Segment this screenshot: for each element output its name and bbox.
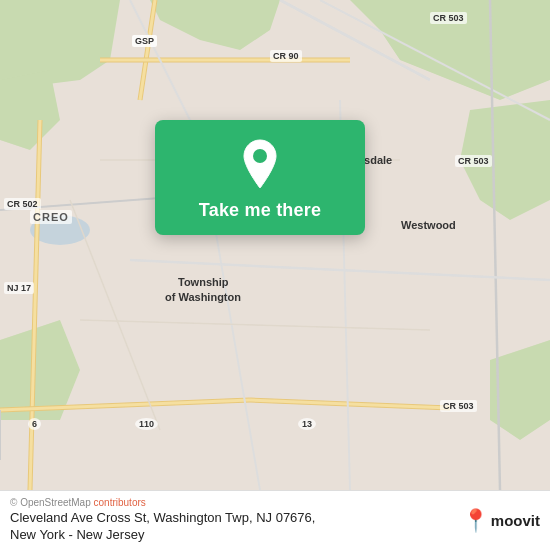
take-me-there-card[interactable]: Take me there bbox=[155, 120, 365, 235]
moovit-pin-icon: 📍 bbox=[462, 508, 489, 534]
map-background bbox=[0, 0, 550, 490]
osm-copyright: © OpenStreetMap bbox=[10, 497, 91, 508]
map-container: CREO CR 503 CR 503 CR 503 CR 502 CR 90 N… bbox=[0, 0, 550, 490]
svg-point-31 bbox=[253, 149, 267, 163]
road-label-cr503-bot: CR 503 bbox=[440, 400, 477, 412]
road-label-cr503-top: CR 503 bbox=[430, 12, 467, 24]
moovit-logo: 📍 moovit bbox=[462, 508, 540, 534]
road-label-cr502: CR 502 bbox=[4, 198, 41, 210]
road-label-westwood: Westwood bbox=[398, 218, 459, 232]
address-text: Cleveland Ave Cross St, Washington Twp, … bbox=[10, 510, 315, 525]
road-label-rt6: 6 bbox=[28, 418, 41, 430]
bottom-left: © OpenStreetMap contributors Cleveland A… bbox=[10, 497, 454, 544]
address-line: Cleveland Ave Cross St, Washington Twp, … bbox=[10, 510, 454, 544]
location-pin-icon bbox=[238, 138, 282, 190]
road-label-nj17: NJ 17 bbox=[4, 282, 34, 294]
osm-attribution: © OpenStreetMap contributors bbox=[10, 497, 454, 508]
osm-contributors: contributors bbox=[91, 497, 146, 508]
road-label-cr90: CR 90 bbox=[270, 50, 302, 62]
road-label-rt110: 110 bbox=[135, 418, 158, 430]
road-label-cr503-mid: CR 503 bbox=[455, 155, 492, 167]
take-me-there-label: Take me there bbox=[199, 200, 321, 221]
road-label-gsp: GSP bbox=[132, 35, 157, 47]
bottom-bar: © OpenStreetMap contributors Cleveland A… bbox=[0, 490, 550, 550]
road-label-of-washington: of Washington bbox=[162, 290, 244, 304]
road-label-rt13: 13 bbox=[298, 418, 316, 430]
moovit-brand-text: moovit bbox=[491, 512, 540, 529]
creo-label: CREO bbox=[30, 210, 72, 224]
road-label-township: Township bbox=[175, 275, 232, 289]
region-text: New York - New Jersey bbox=[10, 527, 144, 542]
